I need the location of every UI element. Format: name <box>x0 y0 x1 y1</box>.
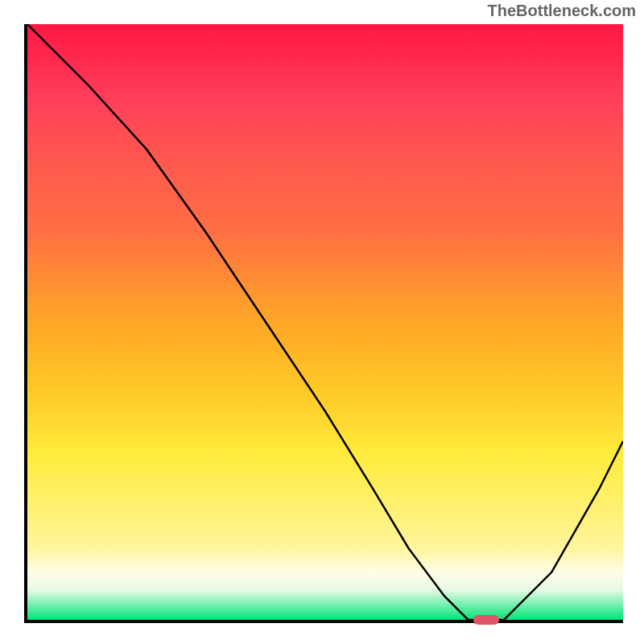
curve-svg <box>27 24 623 620</box>
bottleneck-curve <box>27 24 623 620</box>
plot-area <box>24 24 623 623</box>
watermark-label: TheBottleneck.com <box>488 2 636 20</box>
optimal-marker <box>473 615 499 625</box>
chart-container: TheBottleneck.com <box>0 0 644 644</box>
